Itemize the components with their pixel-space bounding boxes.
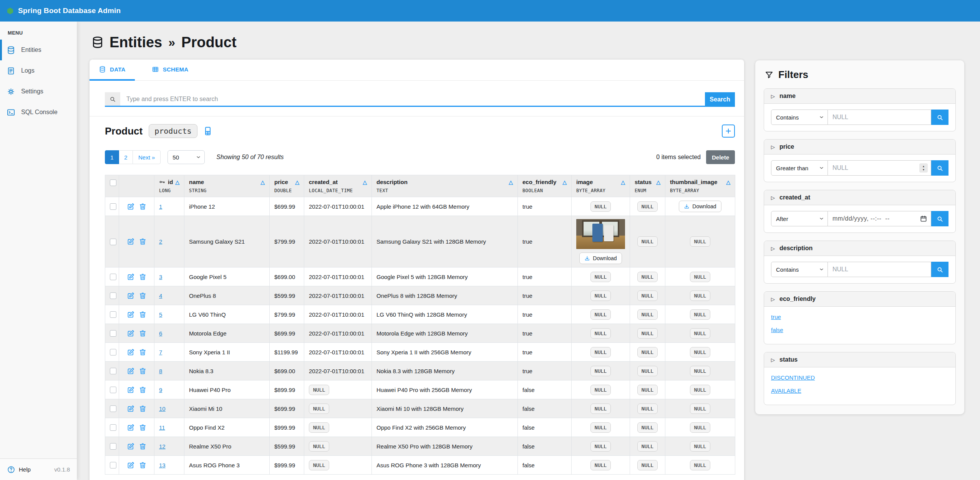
edit-row-button[interactable] [127, 424, 135, 432]
select-all-checkbox[interactable] [110, 179, 116, 186]
sidebar-item-settings[interactable]: Settings [0, 81, 77, 102]
filter-card-header-description[interactable]: ▷description [764, 241, 955, 256]
filter-card-header-eco-friendly[interactable]: ▷eco_friendly [764, 292, 955, 307]
calendar-icon[interactable] [920, 215, 927, 223]
row-id-link[interactable]: 1 [159, 203, 162, 210]
sort-triangle-icon[interactable]: △ [621, 179, 625, 185]
row-checkbox[interactable] [110, 443, 116, 450]
row-checkbox[interactable] [110, 330, 116, 337]
filter-search-button[interactable] [931, 110, 948, 125]
edit-row-button[interactable] [127, 273, 135, 281]
sidebar-item-sql-console[interactable]: SQL Console [0, 102, 77, 123]
filter-search-button[interactable] [931, 160, 948, 176]
filter-value-input[interactable] [828, 211, 931, 226]
edit-row-button[interactable] [127, 386, 135, 394]
row-id-link[interactable]: 3 [159, 274, 162, 280]
row-id-link[interactable]: 10 [159, 405, 166, 412]
row-checkbox[interactable] [110, 311, 116, 318]
row-id-link[interactable]: 6 [159, 330, 162, 337]
filter-option-link-true[interactable]: true [771, 314, 781, 320]
tab-schema[interactable]: SCHEMA [143, 60, 198, 81]
filter-card-header-status[interactable]: ▷status [764, 352, 955, 367]
row-checkbox[interactable] [110, 462, 116, 468]
delete-row-button[interactable] [139, 311, 147, 319]
delete-selected-button[interactable]: Delete [706, 150, 735, 164]
sort-triangle-icon[interactable]: △ [295, 179, 299, 185]
filter-operator-select[interactable]: Contains [771, 110, 828, 125]
row-checkbox[interactable] [110, 239, 116, 245]
page-button-2[interactable]: 2 [119, 150, 133, 164]
filter-card-header-created-at[interactable]: ▷created_at [764, 190, 955, 205]
edit-row-button[interactable] [127, 311, 135, 319]
sort-triangle-icon[interactable]: △ [656, 179, 660, 185]
delete-row-button[interactable] [139, 405, 147, 413]
filter-value-input[interactable] [828, 160, 931, 176]
filter-card-header-name[interactable]: ▷name [764, 89, 955, 104]
filter-operator-select[interactable]: Greater than [771, 160, 828, 176]
edit-row-button[interactable] [127, 367, 135, 375]
sidebar-item-logs[interactable]: Logs [0, 60, 77, 81]
row-id-link[interactable]: 12 [159, 443, 166, 450]
row-checkbox[interactable] [110, 349, 116, 355]
question-circle-icon[interactable] [7, 465, 15, 474]
sort-triangle-icon[interactable]: △ [726, 179, 730, 185]
edit-row-button[interactable] [127, 348, 135, 356]
delete-row-button[interactable] [139, 203, 147, 211]
edit-row-button[interactable] [127, 442, 135, 450]
filter-value-input[interactable] [828, 262, 931, 277]
delete-row-button[interactable] [139, 367, 147, 375]
delete-row-button[interactable] [139, 442, 147, 450]
sort-triangle-icon[interactable]: △ [562, 179, 567, 185]
row-checkbox[interactable] [110, 368, 116, 374]
delete-row-button[interactable] [139, 348, 147, 356]
delete-row-button[interactable] [139, 329, 147, 337]
filter-option-link-discontinued[interactable]: DISCONTINUED [771, 374, 815, 381]
row-checkbox[interactable] [110, 274, 116, 280]
filter-search-button[interactable] [931, 211, 948, 226]
row-checkbox[interactable] [110, 292, 116, 299]
delete-row-button[interactable] [139, 238, 147, 246]
row-checkbox[interactable] [110, 424, 116, 431]
edit-row-button[interactable] [127, 329, 135, 337]
row-checkbox[interactable] [110, 405, 116, 412]
row-id-link[interactable]: 13 [159, 462, 166, 468]
add-record-button[interactable] [722, 125, 735, 138]
row-checkbox[interactable] [110, 387, 116, 393]
edit-row-button[interactable] [127, 405, 135, 413]
next-page-button[interactable]: Next » [133, 150, 161, 164]
sort-triangle-icon[interactable]: △ [260, 179, 265, 185]
row-id-link[interactable]: 11 [159, 424, 165, 431]
delete-row-button[interactable] [139, 386, 147, 394]
filter-operator-select[interactable]: Contains [771, 262, 828, 277]
edit-row-button[interactable] [127, 203, 135, 211]
filter-option-link-false[interactable]: false [771, 327, 783, 333]
row-id-link[interactable]: 4 [159, 292, 162, 299]
filter-option-link-available[interactable]: AVAILABLE [771, 387, 801, 394]
edit-row-button[interactable] [127, 238, 135, 246]
row-id-link[interactable]: 2 [159, 238, 162, 245]
help-link[interactable]: Help [19, 466, 31, 473]
row-id-link[interactable]: 9 [159, 387, 162, 393]
filter-search-button[interactable] [931, 262, 948, 277]
delete-row-button[interactable] [139, 273, 147, 281]
page-button-1[interactable]: 1 [105, 150, 119, 164]
search-button[interactable]: Search [705, 92, 735, 107]
row-id-link[interactable]: 8 [159, 368, 162, 374]
sidebar-item-entities[interactable]: Entities [0, 40, 77, 60]
sort-triangle-icon[interactable]: △ [175, 179, 179, 185]
download-button[interactable]: Download [679, 201, 721, 212]
download-button[interactable]: Download [579, 252, 622, 264]
breadcrumb-root[interactable]: Entities [109, 34, 162, 51]
page-size-select[interactable]: 50 [167, 150, 205, 164]
number-spinner[interactable]: ▴▾ [919, 163, 928, 173]
delete-row-button[interactable] [139, 424, 147, 432]
row-id-link[interactable]: 5 [159, 311, 162, 318]
filter-card-header-price[interactable]: ▷price [764, 140, 955, 154]
filter-operator-select[interactable]: After [771, 211, 828, 226]
edit-row-button[interactable] [127, 292, 135, 300]
search-input[interactable] [120, 92, 705, 106]
sort-triangle-icon[interactable]: △ [509, 179, 513, 185]
sort-triangle-icon[interactable]: △ [363, 179, 367, 185]
delete-row-button[interactable] [139, 292, 147, 300]
tab-data[interactable]: DATA [90, 60, 135, 81]
